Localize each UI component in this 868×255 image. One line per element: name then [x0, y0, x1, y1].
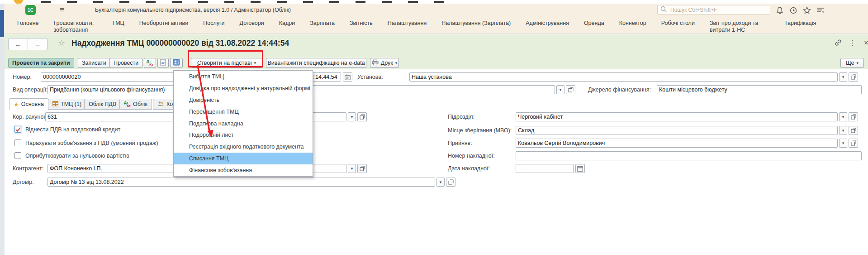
- print-label: Друк: [381, 60, 393, 66]
- title-bar: 1С ≡ Бухгалтерія комунального підприємст…: [5, 4, 868, 16]
- zero-value-checkbox[interactable]: [14, 152, 21, 159]
- invoice-number-field[interactable]: [516, 151, 862, 160]
- menubar-item-zarplata[interactable]: Зарплата: [310, 20, 335, 33]
- menubar-item-konnektor[interactable]: Коннектор: [619, 20, 646, 33]
- menubar-item-zvitnist[interactable]: Звітність: [350, 20, 373, 33]
- storage-place-open-button[interactable]: [849, 126, 858, 135]
- main-menu-icon[interactable]: ≡: [57, 5, 67, 15]
- notifications-bell-icon[interactable]: [775, 5, 785, 15]
- menu-item-vybuttya-tmc[interactable]: Вибуття ТМЦ: [174, 71, 313, 82]
- accepted-by-open-button[interactable]: [849, 139, 858, 148]
- menubar-item-hroshovi-koshty[interactable]: Грошові кошти, зобов'язання: [54, 20, 97, 33]
- nav-history-group: ← →: [8, 38, 47, 50]
- date-calendar-button[interactable]: [343, 72, 352, 82]
- vat-credit-checkbox-label[interactable]: Віднести ПДВ на податковий кредит: [25, 126, 120, 133]
- operation-type-open-button[interactable]: [566, 85, 575, 94]
- favorite-star-icon[interactable]: ☆: [58, 38, 65, 48]
- show-postings-button[interactable]: ДтКт: [144, 58, 156, 68]
- tab-tmc[interactable]: ТМЦ (1): [48, 99, 86, 110]
- contract-open-button[interactable]: [446, 178, 455, 187]
- vat-credit-checkbox[interactable]: [14, 126, 21, 133]
- vat-liability-checkbox[interactable]: [14, 140, 21, 146]
- search-input[interactable]: [669, 6, 762, 14]
- open-item-icon: [360, 166, 365, 171]
- back-button[interactable]: ←: [8, 38, 28, 50]
- menubar-item-nalashtuvannya[interactable]: Налаштування: [388, 20, 427, 33]
- tab-oblik-pdv[interactable]: Облік ПДВ: [84, 99, 121, 110]
- menu-item-podorozhnii-lyst[interactable]: Подорожній лист: [174, 129, 313, 141]
- menubar-item-administruvannya[interactable]: Адміністрування: [526, 20, 569, 33]
- storage-place-field[interactable]: Склад: [516, 126, 838, 135]
- menubar-item-posluhy[interactable]: Послуги: [203, 20, 224, 33]
- menubar-item-dohovory[interactable]: Договори: [240, 20, 264, 33]
- corr-account-open-button[interactable]: [357, 112, 367, 121]
- close-icon[interactable]: ✕: [861, 38, 868, 47]
- menubar-item-neoborotni-aktyvy[interactable]: Необоротні активи: [139, 20, 188, 33]
- menubar-item-robochi-stoly[interactable]: Робочі столи: [661, 20, 695, 33]
- menu-item-finansove-zobovyazannya[interactable]: Фінансове зобов'язання: [174, 164, 313, 176]
- save-button[interactable]: Записати: [78, 58, 110, 68]
- contract-field[interactable]: Договір № 13 від 13.08.2022: [47, 178, 435, 187]
- menu-item-dovidka[interactable]: Довідка про надходженні у натуральній фо…: [174, 82, 313, 94]
- upload-spec-button[interactable]: Вивантажити специфікацію на e-data: [266, 58, 366, 68]
- chevron-down-icon: ▾: [440, 180, 442, 184]
- post-button[interactable]: Провести: [109, 58, 142, 68]
- storage-place-dropdown-button[interactable]: ▾: [839, 126, 847, 135]
- print-button[interactable]: Друк ▾: [370, 58, 399, 68]
- save-label: Записати: [82, 60, 106, 66]
- functions-menu-icon[interactable]: [816, 5, 825, 15]
- registration-journal-button[interactable]: [170, 58, 183, 68]
- institution-open-button[interactable]: [849, 72, 858, 82]
- menu-item-podatkova-nakladna[interactable]: Податкова накладна: [174, 118, 313, 130]
- funding-source-label: Джерело фінансування:: [588, 85, 651, 94]
- counterparty-open-button[interactable]: [357, 164, 367, 173]
- invoice-date-calendar-button[interactable]: [575, 164, 585, 173]
- more-actions-button[interactable]: Ще ▾: [840, 58, 864, 68]
- contract-dropdown-button[interactable]: ▾: [436, 178, 445, 187]
- invoice-date-label: Дата накладної:: [448, 164, 490, 173]
- department-open-button[interactable]: [849, 112, 858, 121]
- tab-oblik[interactable]: ДтКт Облік: [119, 99, 152, 110]
- get-link-icon[interactable]: [833, 38, 843, 47]
- create-based-on-button[interactable]: Створити на підставі ▾: [191, 58, 262, 68]
- menu-item-peremishchennya-tmc[interactable]: Переміщення ТМЦ: [174, 106, 313, 118]
- invoice-date-field[interactable]: . .: [516, 164, 574, 173]
- favorites-star-icon[interactable]: [802, 5, 812, 15]
- global-search[interactable]: [657, 5, 770, 14]
- menubar-item-kadry[interactable]: Кадри: [279, 20, 295, 33]
- journal-person-icon: [173, 59, 180, 67]
- menubar-item-holovne[interactable]: Головне: [17, 20, 39, 33]
- counterparty-dropdown-button[interactable]: ▾: [348, 164, 356, 173]
- tab-osnovna[interactable]: ★ Основна: [9, 98, 48, 110]
- accepted-by-dropdown-button[interactable]: ▾: [839, 139, 847, 148]
- tab-label: ТМЦ (1): [61, 101, 81, 107]
- more-kebab-icon[interactable]: ⋮: [848, 38, 858, 47]
- menubar-item-nalashtuvannya-zarplata[interactable]: Налаштування (Зарплата): [441, 20, 511, 33]
- institution-field[interactable]: Наша установа: [409, 72, 838, 82]
- corr-account-dropdown-button[interactable]: ▾: [348, 112, 356, 121]
- document-structure-button[interactable]: [157, 58, 169, 68]
- menubar-item-zvit-1ns[interactable]: Звіт про доходи та витрати 1-НС: [710, 20, 769, 33]
- menubar-item-orenda[interactable]: Оренда: [584, 20, 604, 33]
- app-logo-icon[interactable]: 1С: [25, 5, 36, 15]
- top-cutoff-strip: [0, 0, 868, 4]
- menubar-item-tmc[interactable]: ТМЦ: [112, 20, 124, 33]
- menu-item-reyestraciya[interactable]: Реєстрація вхідного податкового документ…: [174, 141, 313, 153]
- menubar-item-taryfikaciya[interactable]: Тарифікація: [784, 20, 816, 33]
- zero-value-checkbox-label[interactable]: Оприбутковувати за нульовою вартістю: [25, 152, 129, 159]
- create-based-on-label: Створити на підставі: [197, 60, 252, 66]
- department-dropdown-button[interactable]: ▾: [839, 112, 847, 121]
- menu-item-spysannya-tmc[interactable]: Списання ТМЦ: [174, 153, 313, 164]
- department-field[interactable]: Черговий кабінет: [516, 112, 838, 121]
- vat-liability-checkbox-label[interactable]: Нарахувати зобов'язання з ПДВ (умовний п…: [25, 140, 158, 147]
- post-and-close-button[interactable]: Провести та закрити: [8, 58, 74, 68]
- chevron-down-icon: ▾: [351, 115, 353, 119]
- document-title: Надходження ТМЦ 000000000020 від 31.08.2…: [71, 36, 289, 50]
- funding-source-field[interactable]: Кошти місцевого бюджету: [657, 85, 862, 94]
- operation-type-dropdown-button[interactable]: ▾: [556, 85, 564, 94]
- forward-button[interactable]: →: [28, 38, 47, 50]
- menu-item-dovirenist[interactable]: Довіреність: [174, 94, 313, 106]
- accepted-by-field[interactable]: Ковальов Сергій Володимирович: [516, 139, 838, 148]
- history-icon[interactable]: [788, 5, 798, 15]
- institution-dropdown-button[interactable]: ▾: [839, 72, 847, 82]
